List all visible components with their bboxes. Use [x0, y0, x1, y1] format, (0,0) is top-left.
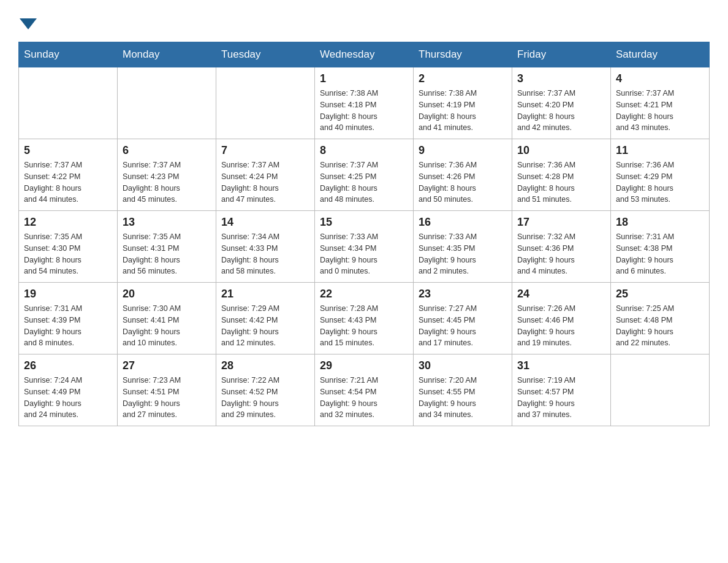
day-cell: 31Sunrise: 7:19 AM Sunset: 4:57 PM Dayli… — [512, 354, 611, 426]
day-cell: 26Sunrise: 7:24 AM Sunset: 4:49 PM Dayli… — [19, 354, 118, 426]
day-info: Sunrise: 7:31 AM Sunset: 4:38 PM Dayligh… — [616, 231, 704, 277]
header-cell-wednesday: Wednesday — [315, 42, 414, 67]
day-number: 9 — [419, 144, 507, 157]
day-number: 11 — [616, 144, 704, 157]
day-info: Sunrise: 7:37 AM Sunset: 4:24 PM Dayligh… — [221, 159, 309, 205]
day-cell: 4Sunrise: 7:37 AM Sunset: 4:21 PM Daylig… — [611, 67, 710, 139]
day-cell: 2Sunrise: 7:38 AM Sunset: 4:19 PM Daylig… — [414, 67, 512, 139]
day-info: Sunrise: 7:35 AM Sunset: 4:30 PM Dayligh… — [24, 231, 112, 277]
day-info: Sunrise: 7:37 AM Sunset: 4:20 PM Dayligh… — [517, 88, 605, 134]
header-row: SundayMondayTuesdayWednesdayThursdayFrid… — [19, 42, 710, 67]
day-info: Sunrise: 7:30 AM Sunset: 4:41 PM Dayligh… — [123, 303, 211, 349]
day-number: 28 — [221, 359, 309, 372]
day-cell: 10Sunrise: 7:36 AM Sunset: 4:28 PM Dayli… — [512, 139, 611, 211]
day-info: Sunrise: 7:37 AM Sunset: 4:22 PM Dayligh… — [24, 159, 112, 205]
day-info: Sunrise: 7:27 AM Sunset: 4:45 PM Dayligh… — [419, 303, 507, 349]
day-info: Sunrise: 7:25 AM Sunset: 4:48 PM Dayligh… — [616, 303, 704, 349]
page-header — [18, 12, 710, 29]
day-info: Sunrise: 7:22 AM Sunset: 4:52 PM Dayligh… — [221, 375, 309, 421]
day-cell: 24Sunrise: 7:26 AM Sunset: 4:46 PM Dayli… — [512, 283, 611, 354]
day-number: 30 — [419, 359, 507, 372]
day-info: Sunrise: 7:21 AM Sunset: 4:54 PM Dayligh… — [320, 375, 408, 421]
day-info: Sunrise: 7:31 AM Sunset: 4:39 PM Dayligh… — [24, 303, 112, 349]
day-number: 29 — [320, 359, 408, 372]
week-row-4: 19Sunrise: 7:31 AM Sunset: 4:39 PM Dayli… — [19, 283, 710, 354]
day-number: 15 — [320, 216, 408, 229]
day-cell: 23Sunrise: 7:27 AM Sunset: 4:45 PM Dayli… — [414, 283, 512, 354]
day-info: Sunrise: 7:20 AM Sunset: 4:55 PM Dayligh… — [419, 375, 507, 421]
day-cell: 30Sunrise: 7:20 AM Sunset: 4:55 PM Dayli… — [414, 354, 512, 426]
day-number: 17 — [517, 216, 605, 229]
day-cell: 1Sunrise: 7:38 AM Sunset: 4:18 PM Daylig… — [315, 67, 414, 139]
day-info: Sunrise: 7:36 AM Sunset: 4:29 PM Dayligh… — [616, 159, 704, 205]
day-number: 12 — [24, 216, 112, 229]
day-cell: 17Sunrise: 7:32 AM Sunset: 4:36 PM Dayli… — [512, 211, 611, 283]
day-number: 23 — [419, 288, 507, 301]
day-cell: 28Sunrise: 7:22 AM Sunset: 4:52 PM Dayli… — [216, 354, 315, 426]
day-number: 8 — [320, 144, 408, 157]
day-info: Sunrise: 7:37 AM Sunset: 4:23 PM Dayligh… — [123, 159, 211, 205]
day-info: Sunrise: 7:19 AM Sunset: 4:57 PM Dayligh… — [517, 375, 605, 421]
day-info: Sunrise: 7:36 AM Sunset: 4:28 PM Dayligh… — [517, 159, 605, 205]
day-number: 24 — [517, 288, 605, 301]
day-cell: 11Sunrise: 7:36 AM Sunset: 4:29 PM Dayli… — [611, 139, 710, 211]
header-cell-friday: Friday — [512, 42, 611, 67]
calendar-header: SundayMondayTuesdayWednesdayThursdayFrid… — [19, 42, 710, 67]
day-number: 13 — [123, 216, 211, 229]
day-info: Sunrise: 7:38 AM Sunset: 4:18 PM Dayligh… — [320, 88, 408, 134]
header-cell-sunday: Sunday — [19, 42, 118, 67]
day-cell: 5Sunrise: 7:37 AM Sunset: 4:22 PM Daylig… — [19, 139, 118, 211]
calendar-table: SundayMondayTuesdayWednesdayThursdayFrid… — [18, 42, 710, 426]
week-row-3: 12Sunrise: 7:35 AM Sunset: 4:30 PM Dayli… — [19, 211, 710, 283]
day-info: Sunrise: 7:33 AM Sunset: 4:34 PM Dayligh… — [320, 231, 408, 277]
day-number: 31 — [517, 359, 605, 372]
day-info: Sunrise: 7:37 AM Sunset: 4:25 PM Dayligh… — [320, 159, 408, 205]
day-cell: 18Sunrise: 7:31 AM Sunset: 4:38 PM Dayli… — [611, 211, 710, 283]
day-number: 25 — [616, 288, 704, 301]
day-info: Sunrise: 7:24 AM Sunset: 4:49 PM Dayligh… — [24, 375, 112, 421]
header-cell-tuesday: Tuesday — [216, 42, 315, 67]
day-info: Sunrise: 7:32 AM Sunset: 4:36 PM Dayligh… — [517, 231, 605, 277]
day-cell: 7Sunrise: 7:37 AM Sunset: 4:24 PM Daylig… — [216, 139, 315, 211]
day-cell: 16Sunrise: 7:33 AM Sunset: 4:35 PM Dayli… — [414, 211, 512, 283]
day-cell — [216, 67, 315, 139]
logo-arrow-icon — [20, 18, 37, 29]
day-number: 21 — [221, 288, 309, 301]
day-number: 6 — [123, 144, 211, 157]
day-cell: 21Sunrise: 7:29 AM Sunset: 4:42 PM Dayli… — [216, 283, 315, 354]
day-number: 22 — [320, 288, 408, 301]
day-number: 18 — [616, 216, 704, 229]
week-row-5: 26Sunrise: 7:24 AM Sunset: 4:49 PM Dayli… — [19, 354, 710, 426]
day-cell: 29Sunrise: 7:21 AM Sunset: 4:54 PM Dayli… — [315, 354, 414, 426]
day-cell — [611, 354, 710, 426]
day-number: 19 — [24, 288, 112, 301]
day-number: 27 — [123, 359, 211, 372]
day-cell: 25Sunrise: 7:25 AM Sunset: 4:48 PM Dayli… — [611, 283, 710, 354]
day-cell: 19Sunrise: 7:31 AM Sunset: 4:39 PM Dayli… — [19, 283, 118, 354]
day-cell: 12Sunrise: 7:35 AM Sunset: 4:30 PM Dayli… — [19, 211, 118, 283]
day-cell — [118, 67, 216, 139]
day-number: 2 — [419, 72, 507, 85]
day-cell: 9Sunrise: 7:36 AM Sunset: 4:26 PM Daylig… — [414, 139, 512, 211]
day-number: 1 — [320, 72, 408, 85]
day-info: Sunrise: 7:26 AM Sunset: 4:46 PM Dayligh… — [517, 303, 605, 349]
day-cell: 15Sunrise: 7:33 AM Sunset: 4:34 PM Dayli… — [315, 211, 414, 283]
day-number: 3 — [517, 72, 605, 85]
day-number: 7 — [221, 144, 309, 157]
week-row-1: 1Sunrise: 7:38 AM Sunset: 4:18 PM Daylig… — [19, 67, 710, 139]
header-cell-thursday: Thursday — [414, 42, 512, 67]
calendar-body: 1Sunrise: 7:38 AM Sunset: 4:18 PM Daylig… — [19, 67, 710, 426]
logo — [18, 12, 37, 29]
day-info: Sunrise: 7:28 AM Sunset: 4:43 PM Dayligh… — [320, 303, 408, 349]
header-cell-monday: Monday — [118, 42, 216, 67]
day-cell: 3Sunrise: 7:37 AM Sunset: 4:20 PM Daylig… — [512, 67, 611, 139]
day-cell: 20Sunrise: 7:30 AM Sunset: 4:41 PM Dayli… — [118, 283, 216, 354]
day-info: Sunrise: 7:36 AM Sunset: 4:26 PM Dayligh… — [419, 159, 507, 205]
day-cell: 6Sunrise: 7:37 AM Sunset: 4:23 PM Daylig… — [118, 139, 216, 211]
day-number: 5 — [24, 144, 112, 157]
day-number: 4 — [616, 72, 704, 85]
week-row-2: 5Sunrise: 7:37 AM Sunset: 4:22 PM Daylig… — [19, 139, 710, 211]
day-info: Sunrise: 7:23 AM Sunset: 4:51 PM Dayligh… — [123, 375, 211, 421]
day-number: 16 — [419, 216, 507, 229]
day-cell: 27Sunrise: 7:23 AM Sunset: 4:51 PM Dayli… — [118, 354, 216, 426]
